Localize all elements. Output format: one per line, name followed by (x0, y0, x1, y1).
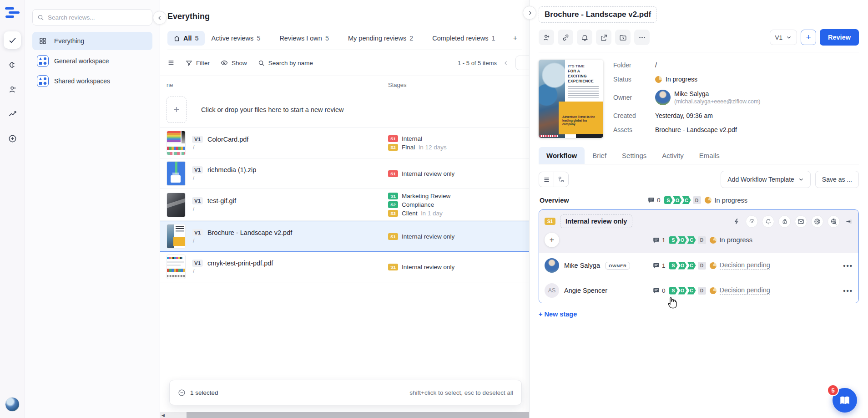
version-badge: V1 (192, 229, 203, 236)
share-export-button[interactable] (596, 30, 611, 45)
folder-value[interactable]: / (655, 61, 657, 69)
upload-plus-icon[interactable]: + (167, 97, 187, 123)
add-tab-button[interactable]: + (509, 31, 522, 46)
decision-pending-status[interactable]: Decision pending (720, 261, 770, 270)
copy-link-button[interactable] (558, 30, 573, 45)
workspace-icon (37, 75, 49, 87)
deselect-icon[interactable] (178, 389, 186, 397)
view-options-button[interactable] (167, 59, 175, 66)
reviewer-badge-s: S (669, 287, 678, 295)
review-button[interactable]: Review (820, 29, 859, 46)
document-metadata: Folder / Status In progress Owner Mike S… (613, 60, 761, 138)
sidebar-item-shared-workspaces[interactable]: Shared workspaces (32, 72, 152, 90)
detail-tab-settings[interactable]: Settings (614, 147, 654, 164)
reviewer-row[interactable]: Mike SalygaOWNER1SOCDDecision pending••• (539, 253, 858, 278)
reviewer-more-button[interactable]: ••• (843, 262, 853, 270)
search-reviews-box[interactable] (32, 9, 152, 25)
new-stage-button[interactable]: + New stage (539, 311, 577, 318)
file-name[interactable]: richmedia (1).zip (207, 166, 256, 173)
rail-item-insights-chart-icon[interactable] (4, 105, 21, 122)
scroll-left-icon[interactable]: ◀ (161, 413, 165, 418)
save-as-template-button[interactable]: Save as ... (815, 171, 859, 188)
overview-badge-d: D (693, 196, 701, 204)
tab-reviews-i-own[interactable]: Reviews I own5 (273, 31, 335, 46)
reviewer-more-button[interactable]: ••• (843, 287, 853, 295)
tab-completed-reviews[interactable]: Completed reviews1 (426, 31, 501, 46)
search-by-name-button[interactable]: Search by name (258, 60, 313, 66)
sidebar-item-general-workspace[interactable]: General workspace (32, 52, 152, 70)
review-title-editable[interactable]: Brochure - Landscape v2.pdf (539, 6, 657, 23)
overview-badge-s: S (664, 196, 673, 204)
help-chat-button[interactable]: 5 (833, 388, 857, 413)
lock-icon[interactable] (778, 215, 791, 228)
add-workflow-template-button[interactable]: Add Workflow Template (721, 171, 811, 188)
pagination-next-button[interactable] (515, 56, 529, 70)
bolt-icon[interactable] (732, 218, 742, 224)
move-to-folder-button[interactable] (615, 30, 631, 45)
file-name[interactable]: Brochure - Landscape v2.pdf (207, 229, 292, 236)
horizontal-scrollbar[interactable]: ◀ (160, 412, 529, 418)
rail-item-create-plus-icon[interactable] (4, 130, 21, 147)
tab-my-pending-reviews[interactable]: My pending reviews2 (342, 31, 419, 46)
mail-check-icon[interactable] (795, 215, 807, 228)
file-path: / (192, 206, 236, 212)
expand-panel-button[interactable] (523, 6, 536, 20)
sidebar-item-everything[interactable]: Everything (32, 32, 152, 50)
tab-all[interactable]: All5 (167, 31, 205, 46)
tree-view-toggle[interactable] (554, 172, 568, 187)
rail-item-reviews-check-icon[interactable] (4, 31, 21, 49)
add-version-button[interactable]: + (801, 30, 816, 45)
detail-tab-activity[interactable]: Activity (654, 147, 691, 164)
show-button[interactable]: Show (221, 59, 247, 66)
version-dropdown[interactable]: V1 (770, 30, 797, 45)
add-reviewer-button[interactable]: + (545, 233, 559, 247)
create-plus-icon (8, 134, 17, 143)
notifications-button[interactable] (577, 30, 592, 45)
user-avatar[interactable] (5, 397, 20, 412)
document-thumbnail[interactable]: IT'S TIMEFOR AEXCITINGEXPERIENCE Adventu… (539, 60, 603, 138)
pagination-prev-button[interactable] (503, 60, 509, 66)
stage-name-editable[interactable]: Internal review only (560, 214, 632, 228)
reviewer-comments[interactable]: 0 (653, 287, 666, 294)
skip-stage-icon[interactable] (844, 218, 853, 225)
review-row[interactable]: V1richmedia (1).zip/S1Internal review on… (160, 158, 529, 189)
ziflow-logo (5, 7, 20, 18)
stage-line: S2Finalin 12 days (388, 144, 529, 151)
assets-value[interactable]: Brochure - Landscape v2.pdf (655, 126, 737, 133)
upload-dropzone[interactable]: + Click or drop your files here to start… (160, 92, 529, 128)
rail-item-people-icon[interactable] (4, 81, 21, 98)
globe-key-icon[interactable] (828, 215, 840, 228)
list-view-toggle[interactable] (539, 172, 554, 187)
collapse-sidebar-button[interactable] (153, 11, 167, 25)
add-people-button[interactable] (539, 30, 554, 45)
detail-tab-brief[interactable]: Brief (585, 147, 614, 164)
stage-badge-o: O (678, 236, 687, 244)
decision-pending-status[interactable]: Decision pending (720, 286, 770, 295)
file-name[interactable]: test-gif.gif (207, 197, 236, 204)
gauge-icon[interactable] (746, 215, 758, 228)
stage-comments[interactable]: 1 (653, 237, 666, 244)
more-actions-button[interactable] (634, 30, 650, 45)
file-thumbnail (167, 224, 186, 249)
funnel-icon (186, 60, 192, 66)
filter-button[interactable]: Filter (186, 60, 210, 66)
reviewer-comments[interactable]: 1 (653, 262, 666, 269)
overview-comments[interactable]: 0 (648, 197, 661, 204)
bell-icon[interactable] (762, 215, 774, 228)
file-name[interactable]: ColorCard.pdf (207, 136, 248, 143)
reviewer-row[interactable]: ASAngie Spencer0SOCDDecision pending••• (539, 278, 858, 303)
search-reviews-input[interactable] (48, 14, 147, 21)
review-row[interactable]: V1cmyk-test-print-pdf.pdf/S1Internal rev… (160, 252, 529, 282)
workflow-overview-row[interactable]: Overview 0SOCDIn progress (539, 196, 859, 204)
detail-tab-workflow[interactable]: Workflow (539, 147, 585, 164)
scrollbar-thumb[interactable] (187, 412, 529, 418)
file-name[interactable]: cmyk-test-print-pdf.pdf (207, 260, 273, 267)
detail-tab-emails[interactable]: Emails (691, 147, 727, 164)
tab-active-reviews[interactable]: Active reviews5 (206, 31, 267, 46)
review-row[interactable]: V1Brochure - Landscape v2.pdf/S1Internal… (160, 221, 529, 252)
review-row[interactable]: V1ColorCard.pdf/S1InternalS2Finalin 12 d… (160, 128, 529, 158)
rail-item-plug-icon[interactable] (4, 56, 21, 73)
review-row[interactable]: V1test-gif.gif/S1Marketing ReviewS2Compl… (160, 189, 529, 221)
decisions-check-icon[interactable] (811, 215, 823, 228)
review-detail-panel: Brochure - Landscape v2.pdf V1 + Review … (529, 0, 868, 418)
